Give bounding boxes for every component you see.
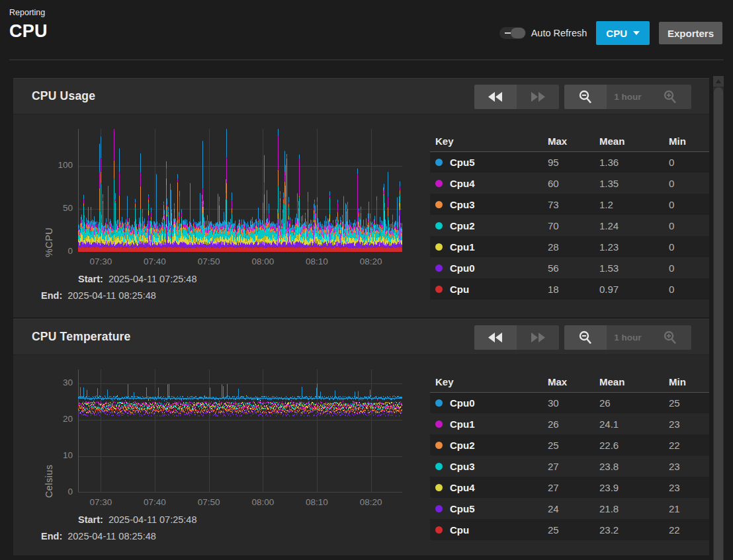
legend-key-cell: Cpu2 xyxy=(435,220,542,231)
legend-header-mean: Mean xyxy=(594,132,664,151)
legend-header-row: Key Max Mean Min xyxy=(430,132,709,151)
series-max: 73 xyxy=(542,194,594,215)
rewind-icon xyxy=(488,92,503,102)
scrollbar-thumb[interactable] xyxy=(714,87,723,560)
series-min: 0 xyxy=(664,236,709,257)
series-name: Cpu3 xyxy=(450,461,475,472)
series-name: Cpu3 xyxy=(450,199,475,210)
series-color-dot xyxy=(435,286,443,293)
zoom-out-icon xyxy=(578,90,593,104)
series-mean: 21.8 xyxy=(594,498,664,519)
legend-row: Cpu0302625 xyxy=(430,392,709,413)
legend-row: Cpu12624.123 xyxy=(430,413,709,434)
series-color-dot xyxy=(435,264,443,272)
legend-key-cell: Cpu4 xyxy=(435,482,542,493)
legend-row: Cpu1281.230 xyxy=(430,236,709,257)
series-mean: 1.24 xyxy=(594,215,664,236)
timerange-end: End:2025-04-11 08:25:48 xyxy=(41,531,156,541)
cpu-temperature-panel-controls: 1 hour xyxy=(474,325,691,350)
start-label: Start: xyxy=(78,274,103,284)
legend-header-mean: Mean xyxy=(594,372,664,392)
cpu-usage-chart[interactable] xyxy=(78,129,402,252)
series-name: Cpu1 xyxy=(450,241,475,253)
x-tick-label: 07:40 xyxy=(135,497,175,507)
series-mean: 0.97 xyxy=(594,278,664,300)
zoom-out-button[interactable] xyxy=(564,325,607,350)
series-mean: 23.8 xyxy=(594,456,664,477)
legend-key-cell: Cpu5 xyxy=(435,503,542,514)
legend-header-row: Key Max Mean Min xyxy=(430,372,709,392)
legend-row: Cpu180.970 xyxy=(430,278,709,300)
series-name: Cpu xyxy=(450,284,469,295)
legend-row: Cpu0561.530 xyxy=(430,257,709,278)
header-controls: Auto Refresh CPU Exporters xyxy=(499,21,722,45)
cpu-usage-panel-title: CPU Usage xyxy=(32,89,95,103)
zoom-in-button[interactable] xyxy=(649,325,691,350)
breadcrumb: Reporting xyxy=(9,8,45,17)
x-tick-label: 07:50 xyxy=(189,257,229,266)
series-mean: 26 xyxy=(594,392,664,413)
auto-refresh-toggle[interactable] xyxy=(499,27,526,39)
series-min: 22 xyxy=(664,519,709,540)
interval-label: 1 hour xyxy=(607,325,649,350)
chevron-down-icon xyxy=(633,31,640,35)
series-color-dot xyxy=(435,526,443,534)
cpu-temperature-panel: CPU Temperature xyxy=(13,319,709,555)
x-tick-label: 08:20 xyxy=(351,497,391,507)
y-axis-label: Celsius xyxy=(44,375,54,498)
forward-button[interactable] xyxy=(517,325,559,350)
series-mean: 23.2 xyxy=(594,519,664,540)
series-color-dot xyxy=(435,420,443,428)
scroll-up-icon xyxy=(716,79,721,83)
y-tick-label: 20 xyxy=(46,414,73,424)
zoom-in-icon xyxy=(663,90,677,104)
legend-key-cell: Cpu xyxy=(435,524,542,536)
series-min: 0 xyxy=(664,194,709,215)
series-min: 0 xyxy=(664,278,709,300)
forward-button[interactable] xyxy=(517,85,559,109)
rewind-button[interactable] xyxy=(474,85,517,109)
module-select-label: CPU xyxy=(606,28,627,39)
legend-key-cell: Cpu0 xyxy=(435,397,542,409)
toggle-off-icon xyxy=(505,32,511,34)
x-tick-label: 07:30 xyxy=(81,497,120,507)
timerange-end: End:2025-04-11 08:25:48 xyxy=(41,290,156,301)
cpu-temperature-chart[interactable] xyxy=(78,370,402,493)
end-value: 2025-04-11 08:25:48 xyxy=(67,531,156,541)
series-mean: 1.53 xyxy=(594,257,664,278)
time-nav-group xyxy=(474,325,559,350)
fast-forward-icon xyxy=(530,92,546,102)
zoom-out-button[interactable] xyxy=(564,85,607,109)
series-max: 25 xyxy=(542,434,594,456)
y-tick-label: 0 xyxy=(46,246,73,256)
series-max: 27 xyxy=(542,456,594,477)
scroll-up-button[interactable] xyxy=(713,76,724,87)
timerange-start: Start:2025-04-11 07:25:48 xyxy=(78,514,196,525)
zoom-in-button[interactable] xyxy=(649,85,691,109)
exporters-button[interactable]: Exporters xyxy=(659,22,722,44)
series-name: Cpu0 xyxy=(450,397,475,409)
y-tick-label: 30 xyxy=(46,378,73,387)
series-color-dot xyxy=(435,243,443,251)
series-color-dot xyxy=(435,201,443,208)
module-select-button[interactable]: CPU xyxy=(596,21,650,45)
y-tick-label: 50 xyxy=(46,203,73,213)
series-mean: 1.2 xyxy=(594,194,664,215)
series-min: 23 xyxy=(664,477,709,498)
legend-row: Cpu52421.821 xyxy=(430,498,709,519)
rewind-icon xyxy=(488,333,503,342)
legend-header-key: Key xyxy=(430,132,542,151)
series-name: Cpu5 xyxy=(450,157,475,168)
series-min: 22 xyxy=(664,434,709,456)
toggle-knob xyxy=(511,28,525,38)
cpu-usage-panel: CPU Usage xyxy=(13,78,709,317)
end-value: 2025-04-11 08:25:48 xyxy=(67,290,156,301)
series-name: Cpu1 xyxy=(450,419,475,430)
end-label: End: xyxy=(41,531,62,541)
series-max: 25 xyxy=(542,519,594,540)
rewind-button[interactable] xyxy=(474,325,517,350)
legend-header-key: Key xyxy=(430,372,542,392)
series-max: 30 xyxy=(542,392,594,413)
series-max: 95 xyxy=(542,151,594,173)
timerange-start: Start:2025-04-11 07:25:48 xyxy=(78,274,196,284)
